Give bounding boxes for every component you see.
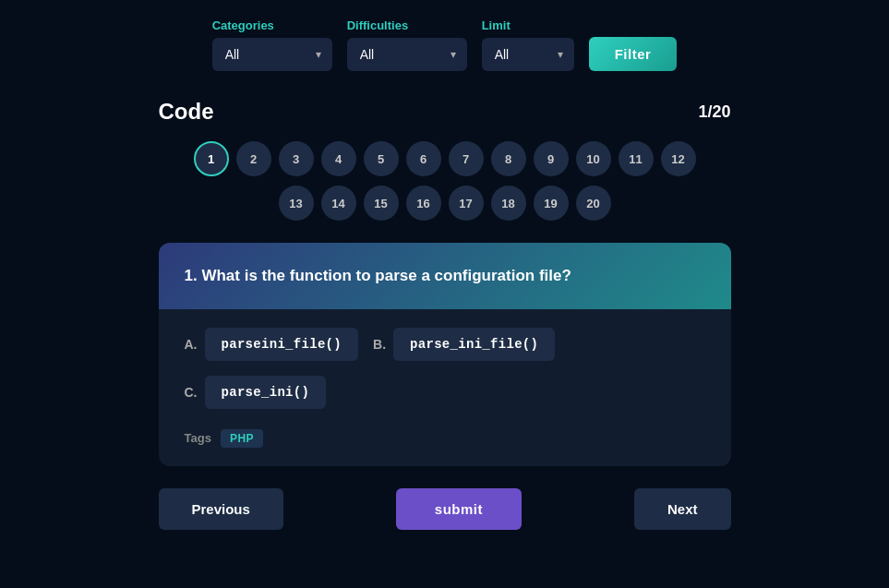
difficulties-select-wrapper: All Easy Medium Hard (347, 38, 467, 71)
page-circle-19[interactable]: 19 (534, 186, 569, 221)
page-circle-16[interactable]: 16 (406, 186, 441, 221)
page-circle-5[interactable]: 5 (364, 141, 399, 176)
answer-option-b: B. parse_ini_file() (373, 328, 555, 361)
difficulties-label: Difficulties (347, 18, 467, 32)
page-container: Categories All PHP JavaScript Python CSS… (0, 0, 889, 588)
answer-option-a: A. parseini_file() (185, 328, 359, 361)
categories-filter-group: Categories All PHP JavaScript Python CSS (212, 18, 332, 71)
page-circle-6[interactable]: 6 (406, 141, 441, 176)
pagination-row-2: 13 14 15 16 17 18 19 20 (279, 186, 611, 221)
page-circle-2[interactable]: 2 (236, 141, 271, 176)
page-circle-4[interactable]: 4 (321, 141, 356, 176)
page-circle-14[interactable]: 14 (321, 186, 356, 221)
limit-select-wrapper: All 10 20 50 (482, 38, 574, 71)
categories-select-wrapper: All PHP JavaScript Python CSS (212, 38, 332, 71)
page-circle-11[interactable]: 11 (619, 141, 654, 176)
difficulties-filter-group: Difficulties All Easy Medium Hard (347, 18, 467, 71)
question-text: 1. What is the function to parse a confi… (185, 265, 705, 287)
page-circle-7[interactable]: 7 (449, 141, 484, 176)
tags-row: Tags PHP (185, 429, 705, 448)
answers-row: A. parseini_file() B. parse_ini_file() C… (185, 328, 705, 409)
answer-label-b: B. (373, 337, 386, 352)
page-circle-8[interactable]: 8 (491, 141, 526, 176)
submit-button[interactable]: submit (396, 488, 522, 530)
page-circle-10[interactable]: 10 (576, 141, 611, 176)
pagination-row-1: 1 2 3 4 5 6 7 8 9 10 11 12 (194, 141, 696, 176)
answer-button-a[interactable]: parseini_file() (205, 328, 359, 361)
categories-label: Categories (212, 18, 332, 32)
page-circle-1[interactable]: 1 (194, 141, 229, 176)
page-circle-9[interactable]: 9 (534, 141, 569, 176)
question-header: 1. What is the function to parse a confi… (159, 243, 731, 309)
limit-label: Limit (482, 18, 574, 32)
limit-filter-group: Limit All 10 20 50 (482, 18, 574, 71)
next-button[interactable]: Next (634, 488, 731, 530)
page-circle-18[interactable]: 18 (491, 186, 526, 221)
answer-label-a: A. (185, 337, 198, 352)
page-circle-17[interactable]: 17 (449, 186, 484, 221)
quiz-title: Code (159, 99, 214, 125)
tags-label: Tags (185, 431, 211, 445)
difficulties-select[interactable]: All Easy Medium Hard (347, 38, 467, 71)
question-body: A. parseini_file() B. parse_ini_file() C… (159, 309, 731, 466)
filter-button[interactable]: Filter (589, 37, 678, 71)
question-card: 1. What is the function to parse a confi… (159, 243, 731, 466)
quiz-progress: 1/20 (698, 102, 730, 122)
code-header: Code 1/20 (159, 99, 731, 125)
filter-bar: Categories All PHP JavaScript Python CSS… (212, 18, 678, 71)
page-circle-12[interactable]: 12 (661, 141, 696, 176)
answer-option-c: C. parse_ini() (185, 376, 327, 409)
page-circle-3[interactable]: 3 (279, 141, 314, 176)
limit-select[interactable]: All 10 20 50 (482, 38, 574, 71)
page-circle-13[interactable]: 13 (279, 186, 314, 221)
tag-php: PHP (221, 429, 263, 448)
answer-label-c: C. (185, 385, 198, 400)
page-circle-15[interactable]: 15 (364, 186, 399, 221)
answer-button-c[interactable]: parse_ini() (205, 376, 327, 409)
categories-select[interactable]: All PHP JavaScript Python CSS (212, 38, 332, 71)
answer-button-b[interactable]: parse_ini_file() (393, 328, 555, 361)
previous-button[interactable]: Previous (159, 488, 283, 530)
page-circle-20[interactable]: 20 (576, 186, 611, 221)
pagination-container: 1 2 3 4 5 6 7 8 9 10 11 12 13 14 15 16 1… (194, 141, 696, 221)
nav-buttons: Previous submit Next (159, 488, 731, 530)
